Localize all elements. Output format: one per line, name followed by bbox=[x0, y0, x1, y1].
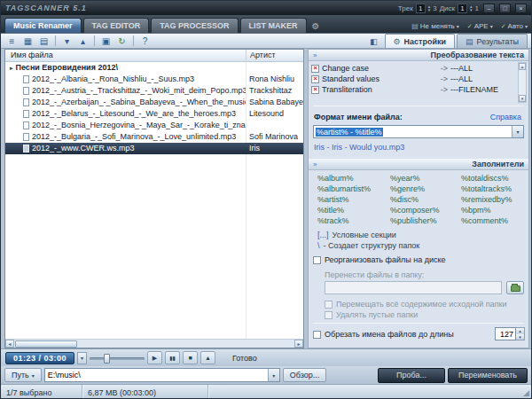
transform-value[interactable]: ---ALL bbox=[450, 74, 516, 83]
delete-empty-option[interactable]: Удалять пустые папки bbox=[325, 309, 418, 320]
file-row-selected[interactable]: 2012_-_www.CWER.ws.mp3 Iris bbox=[5, 143, 303, 154]
expand-twisty-icon[interactable]: ▸ bbox=[10, 62, 13, 74]
spin-down-icon[interactable]: ▾ bbox=[516, 334, 524, 340]
tab-list-maker[interactable]: LIST MAKER bbox=[240, 18, 307, 33]
minimize-button[interactable]: – bbox=[483, 4, 495, 13]
close-button[interactable]: × bbox=[515, 4, 527, 13]
folder-row[interactable]: ▸ Песни Евровидения 2012\ bbox=[5, 62, 303, 74]
file-row[interactable]: 2012_-_Austria_-_Trackshittaz_-_Woki_mit… bbox=[5, 85, 303, 97]
dropdown-arrow-icon[interactable]: ▾ bbox=[512, 126, 523, 137]
reorganize-checkbox[interactable] bbox=[313, 256, 321, 264]
file-row[interactable]: 2012_-_Bulgaria_-_Sofi_Marinova_-_Love_u… bbox=[5, 131, 303, 143]
placeholder-token[interactable]: %album% bbox=[317, 174, 390, 183]
placeholder-token[interactable]: %artist% bbox=[317, 195, 390, 204]
slider-thumb[interactable] bbox=[104, 354, 110, 364]
path-combo[interactable]: ▾ bbox=[44, 368, 280, 382]
tab-settings[interactable]: ⚙ Настройки bbox=[385, 34, 456, 48]
list-view-icon[interactable]: ≡ bbox=[4, 35, 20, 48]
spin-down-icon[interactable]: ▾ bbox=[470, 8, 473, 12]
scroll-up-icon[interactable]: ▴ bbox=[519, 63, 526, 70]
move-to-folder-input[interactable] bbox=[325, 281, 502, 294]
resize-grip-icon[interactable]: ◢ bbox=[523, 388, 531, 397]
transform-checkbox[interactable]: × bbox=[311, 86, 319, 94]
column-header-artist[interactable]: Артист bbox=[246, 50, 303, 61]
move-down-icon[interactable]: ▾ bbox=[59, 35, 74, 48]
section-chevrons-icon[interactable]: » bbox=[313, 160, 317, 168]
placeholder-token[interactable]: %totaldiscs% bbox=[461, 174, 525, 183]
placeholder-token[interactable]: %bpm% bbox=[461, 206, 525, 215]
scroll-right-icon[interactable]: ▸ bbox=[294, 340, 303, 348]
stepper-buttons[interactable]: ▴▾ bbox=[516, 327, 525, 340]
transform-value[interactable]: ---ALL bbox=[450, 64, 516, 73]
maximize-button[interactable]: □ bbox=[499, 4, 511, 13]
file-row[interactable]: 2012_-_Bosnia_Herzegovina_-_Maya_Sar_-_K… bbox=[5, 120, 303, 131]
file-row[interactable]: 2012_-_Azerbaijan_-_Sabina_Babayeva_-_Wh… bbox=[5, 97, 303, 108]
options-gear-icon[interactable]: ⚙ bbox=[312, 21, 320, 31]
path-input[interactable] bbox=[45, 371, 268, 379]
eject-button[interactable]: ▲ bbox=[200, 351, 215, 364]
disc-spinner[interactable]: ▴▾ bbox=[470, 4, 473, 12]
browse-folder-button[interactable] bbox=[506, 281, 524, 294]
path-mode-button[interactable]: Путь ▾ bbox=[4, 368, 42, 382]
file-row[interactable]: 2012_-_Albania_-_Rona_Nishliu_-_Suus.mp3… bbox=[5, 74, 303, 85]
tab-music-renamer[interactable]: Music Renamer bbox=[4, 18, 82, 33]
transform-row[interactable]: × Change case -> ---ALL bbox=[311, 63, 516, 74]
ape-dropdown[interactable]: ✓ АРЕ ▾ bbox=[467, 22, 493, 30]
help-icon[interactable]: ? bbox=[137, 35, 153, 48]
scroll-left-icon[interactable]: ◂ bbox=[5, 340, 14, 348]
placeholder-token[interactable]: %title% bbox=[317, 206, 390, 215]
scroll-down-icon[interactable]: ▾ bbox=[519, 95, 526, 102]
placeholder-token[interactable]: %albumartist% bbox=[317, 184, 390, 193]
auto-dropdown[interactable]: ✓ Авто ▾ bbox=[501, 22, 528, 30]
browse-button[interactable]: Обзор... bbox=[283, 368, 327, 382]
pause-button[interactable]: ▮▮ bbox=[165, 351, 180, 364]
move-all-checkbox[interactable] bbox=[325, 301, 332, 309]
panel-toggle-icon[interactable]: ◧ bbox=[368, 35, 380, 48]
truncate-checkbox[interactable] bbox=[313, 331, 321, 339]
scrollbar-thumb[interactable] bbox=[15, 340, 77, 348]
disc-number[interactable]: 1 bbox=[458, 4, 467, 13]
dropdown-arrow-icon[interactable]: ▾ bbox=[268, 369, 279, 381]
track-spinner[interactable]: ▴▾ bbox=[428, 4, 431, 12]
brackets-token[interactable]: [...] bbox=[317, 231, 329, 239]
save-icon[interactable]: ▣ bbox=[98, 35, 113, 48]
placeholder-token[interactable]: %disc% bbox=[390, 195, 461, 204]
transform-row[interactable]: × Transliteration -> ---FILENAME bbox=[311, 84, 516, 95]
delete-empty-checkbox[interactable] bbox=[325, 311, 332, 319]
horizontal-scrollbar[interactable]: ◂ ▸ bbox=[5, 339, 303, 348]
help-link[interactable]: Справка bbox=[490, 113, 521, 121]
tab-tag-editor[interactable]: TAG EDITOR bbox=[83, 18, 150, 33]
time-dropdown[interactable]: ▾ bbox=[77, 352, 87, 364]
grid-view-icon[interactable]: ▦ bbox=[20, 35, 35, 48]
placeholder-token[interactable]: %year% bbox=[390, 174, 461, 183]
transform-value[interactable]: ---FILENAME bbox=[450, 85, 516, 94]
placeholder-token[interactable]: %comment% bbox=[461, 216, 525, 225]
seek-slider[interactable] bbox=[90, 352, 145, 364]
placeholder-token[interactable]: %track% bbox=[317, 216, 390, 225]
preview-button[interactable]: Проба... bbox=[378, 368, 445, 383]
transform-row[interactable]: × Standard values -> ---ALL bbox=[311, 74, 516, 84]
spin-down-icon[interactable]: ▾ bbox=[428, 8, 431, 12]
placeholder-token[interactable]: %composer% bbox=[390, 206, 461, 215]
tab-results[interactable]: ▤ Результаты bbox=[457, 34, 528, 48]
case-mode-dropdown[interactable]: ▤ Не менять ▾ bbox=[411, 22, 459, 30]
placeholder-token[interactable]: %publisher% bbox=[390, 216, 461, 225]
file-row[interactable]: 2012_-_Belarus_-_Litesound_-_We_are_the_… bbox=[5, 108, 303, 120]
placeholder-token[interactable]: %totaltracks% bbox=[461, 184, 525, 193]
placeholder-token[interactable]: %genre% bbox=[390, 184, 461, 193]
backslash-token[interactable]: \ bbox=[317, 241, 320, 250]
slider-track[interactable] bbox=[90, 357, 145, 360]
placeholder-token[interactable]: %remixedby% bbox=[461, 195, 525, 204]
details-view-icon[interactable]: ▤ bbox=[36, 35, 51, 48]
transform-checkbox[interactable]: × bbox=[311, 75, 319, 83]
track-number[interactable]: 1 bbox=[416, 4, 426, 13]
reorganize-option[interactable]: Реорганизовать файлы на диске bbox=[313, 254, 446, 265]
section-chevrons-icon[interactable]: » bbox=[313, 51, 317, 59]
refresh-icon[interactable]: ↻ bbox=[114, 35, 129, 48]
column-header-filename[interactable]: Имя файла bbox=[5, 50, 246, 61]
truncate-length-input[interactable] bbox=[495, 327, 516, 340]
format-input[interactable]: %artist% - %title% ▾ bbox=[313, 125, 524, 138]
tab-tag-processor[interactable]: TAG PROCESSOR bbox=[151, 18, 238, 33]
move-all-option[interactable]: Перемещать всё содержимое исходной папки bbox=[325, 299, 507, 309]
transform-checkbox[interactable]: × bbox=[311, 65, 319, 73]
